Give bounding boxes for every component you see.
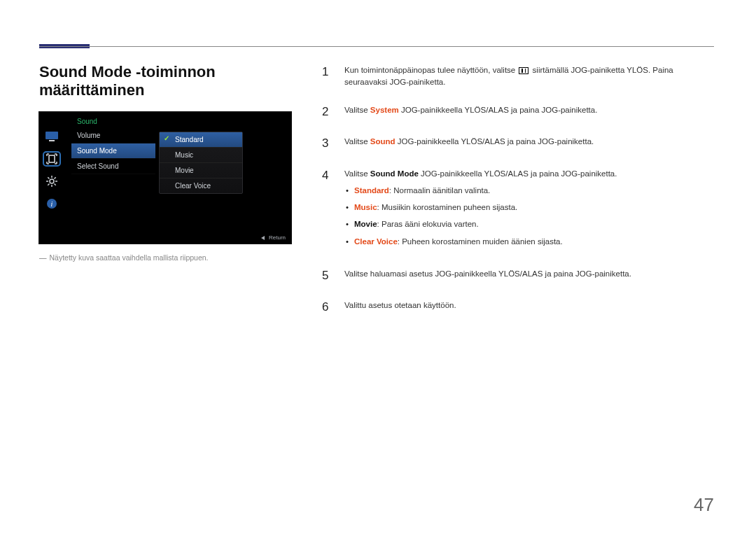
osd-screenshot: i Sound Volume Sound Mode Select Sound S…	[39, 112, 291, 244]
picture-icon	[44, 130, 59, 143]
osd-return: Return	[261, 234, 286, 241]
mode-bullets: Standard: Normaalin äänitilan valinta. M…	[344, 185, 714, 248]
step-3: 3 Valitse Sound JOG-painikkeella YLÖS/AL…	[322, 134, 714, 153]
step-number: 3	[322, 134, 332, 153]
osd-option: Clear Voice	[160, 178, 242, 193]
menu-icon	[519, 67, 528, 74]
step-1: 1 Kun toimintonäppäinopas tulee näyttöön…	[322, 63, 714, 89]
step-number: 2	[322, 103, 332, 121]
image-caption: ―Näytetty kuva saattaa vaihdella mallist…	[39, 253, 305, 262]
osd-menu-item: Select Sound	[71, 159, 155, 174]
page-number: 47	[694, 494, 714, 516]
svg-point-3	[50, 179, 54, 183]
gear-icon	[44, 175, 59, 188]
svg-rect-0	[46, 132, 58, 139]
osd-menu: Volume Sound Mode Select Sound	[71, 128, 155, 174]
osd-iconbar: i	[39, 112, 64, 244]
svg-rect-1	[49, 140, 55, 141]
step-5: 5 Valitse haluamasi asetus JOG-painikkee…	[322, 267, 714, 285]
bullet-clearvoice: Clear Voice: Puheen korostaminen muiden …	[344, 236, 714, 248]
back-triangle-icon	[261, 236, 265, 240]
step-number: 1	[322, 63, 332, 89]
osd-option: Movie	[160, 163, 242, 178]
step-4: 4 Valitse Sound Mode JOG-painikkeella YL…	[322, 167, 714, 253]
osd-title: Sound	[64, 112, 291, 128]
bullet-movie: Movie: Paras ääni elokuvia varten.	[344, 218, 714, 230]
header-rule	[39, 39, 714, 48]
osd-menu-item: Volume	[71, 128, 155, 143]
resize-icon	[44, 153, 59, 165]
osd-menu-item-selected: Sound Mode	[71, 143, 155, 159]
osd-option: Music	[160, 148, 242, 163]
svg-line-10	[55, 177, 56, 178]
svg-line-9	[55, 184, 56, 185]
osd-return-label: Return	[269, 234, 286, 241]
osd-option-selected: Standard	[160, 132, 242, 148]
svg-text:i: i	[51, 200, 53, 208]
info-icon: i	[44, 197, 59, 210]
step-2: 2 Valitse System JOG-painikkeella YLÖS/A…	[322, 103, 714, 121]
step-number: 4	[322, 167, 332, 253]
svg-rect-2	[49, 155, 55, 162]
bullet-standard: Standard: Normaalin äänitilan valinta.	[344, 185, 714, 197]
svg-line-11	[48, 184, 49, 185]
section-title: Sound Mode ‑toiminnon määrittäminen	[39, 63, 305, 99]
step-number: 6	[322, 298, 332, 316]
step-6: 6 Valittu asetus otetaan käyttöön.	[322, 298, 714, 316]
osd-options: Standard Music Movie Clear Voice	[159, 132, 243, 194]
svg-line-8	[48, 177, 49, 178]
step-number: 5	[322, 267, 332, 285]
bullet-music: Music: Musiikin korostaminen puheen sija…	[344, 202, 714, 213]
